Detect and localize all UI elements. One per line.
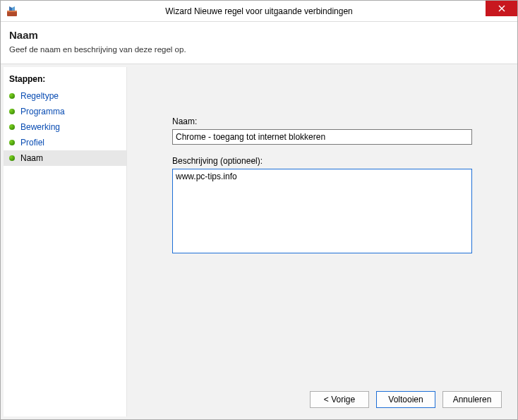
- step-bullet-icon: [9, 124, 15, 130]
- steps-sidebar: Stappen: Regeltype Programma Bewerking P…: [4, 67, 127, 416]
- step-bullet-icon: [9, 155, 15, 161]
- wizard-header: Naam Geef de naam en beschrijving van de…: [1, 22, 517, 64]
- description-input[interactable]: [172, 169, 472, 253]
- firewall-icon: [6, 6, 18, 17]
- step-bullet-icon: [9, 93, 15, 99]
- back-button[interactable]: < Vorige: [310, 391, 369, 408]
- finish-button[interactable]: Voltooien: [376, 391, 435, 408]
- close-button[interactable]: [486, 1, 517, 16]
- name-label: Naam:: [172, 116, 472, 126]
- steps-heading: Stappen:: [4, 71, 126, 88]
- description-label: Beschrijving (optioneel):: [172, 156, 472, 166]
- step-programma[interactable]: Programma: [4, 104, 126, 119]
- step-profiel[interactable]: Profiel: [4, 135, 126, 150]
- step-label: Naam: [20, 153, 43, 163]
- name-input[interactable]: [172, 129, 472, 145]
- step-naam[interactable]: Naam: [4, 150, 126, 166]
- step-bewerking[interactable]: Bewerking: [4, 119, 126, 135]
- svg-rect-1: [7, 11, 17, 12]
- step-label: Bewerking: [20, 122, 60, 132]
- main-panel: Naam: Beschrijving (optioneel): < Vorige…: [130, 64, 517, 419]
- titlebar: Wizard Nieuwe regel voor uitgaande verbi…: [1, 1, 517, 22]
- step-bullet-icon: [9, 140, 15, 145]
- wizard-body: Stappen: Regeltype Programma Bewerking P…: [1, 64, 517, 419]
- step-label: Profiel: [20, 138, 44, 148]
- wizard-buttons: < Vorige Voltooien Annuleren: [310, 391, 502, 408]
- window-title: Wizard Nieuwe regel voor uitgaande verbi…: [1, 6, 517, 16]
- step-regeltype[interactable]: Regeltype: [4, 88, 126, 104]
- page-subtitle: Geef de naam en beschrijving van deze re…: [9, 45, 509, 54]
- step-label: Regeltype: [20, 91, 59, 101]
- step-bullet-icon: [9, 109, 15, 114]
- step-label: Programma: [20, 107, 65, 116]
- cancel-button[interactable]: Annuleren: [442, 391, 502, 408]
- page-title: Naam: [9, 29, 509, 41]
